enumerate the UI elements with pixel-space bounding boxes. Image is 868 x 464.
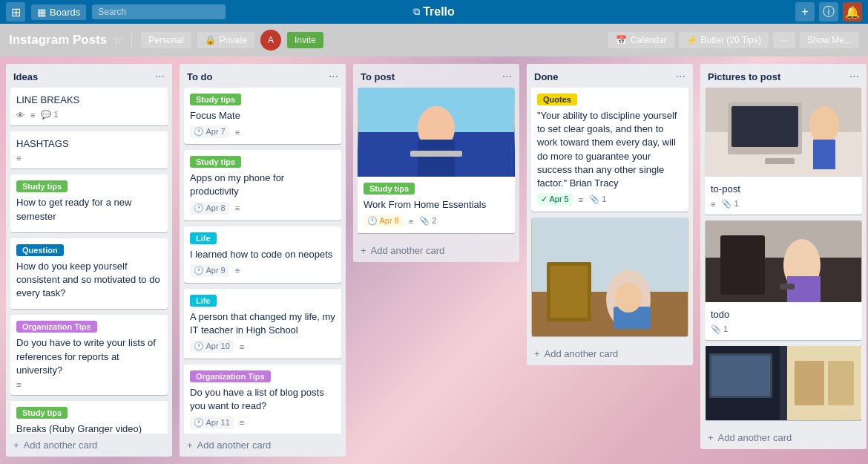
calendar-button[interactable]: 📅 Calendar bbox=[608, 32, 674, 48]
divider-1 bbox=[131, 33, 132, 48]
private-button[interactable]: 🔒 Private bbox=[197, 32, 254, 48]
column-done-menu[interactable]: ··· bbox=[676, 70, 685, 83]
card-meta: 🕐 Apr 7 ≡ bbox=[190, 125, 335, 138]
more-icon: ··· bbox=[780, 35, 788, 45]
butler-icon: ⚡ bbox=[686, 35, 697, 45]
add-button[interactable]: + bbox=[795, 2, 815, 22]
card-study-breaks[interactable]: Study tips Breaks (Ruby Granger video) ≡ bbox=[10, 401, 168, 434]
personal-button[interactable]: Personal bbox=[141, 32, 191, 48]
card-title: A person that changed my life, my IT tea… bbox=[190, 310, 335, 337]
butler-button[interactable]: ⚡ Butler (20 Tips) bbox=[679, 32, 769, 48]
personal-label: Personal bbox=[148, 35, 183, 45]
card-title: todo bbox=[711, 308, 856, 321]
label-life: Life bbox=[190, 295, 217, 307]
card-focus-mate[interactable]: Study tips Focus Mate 🕐 Apr 7 ≡ bbox=[184, 88, 341, 144]
column-to-post-menu[interactable]: ··· bbox=[502, 70, 512, 83]
column-pictures-cards: to-post ≡ 📎 1 bbox=[700, 88, 867, 426]
svg-rect-15 bbox=[731, 106, 798, 147]
card-title: HASHTAGS bbox=[16, 137, 162, 151]
card-line-breaks[interactable]: LINE BREAKS 👁 ≡ 💬 1 bbox=[10, 88, 168, 125]
column-done-cards: Quotes "Your ability to discipline yours… bbox=[527, 88, 693, 342]
show-menu-button[interactable]: Show Me... bbox=[800, 32, 859, 48]
column-pictures: Pictures to post ··· bbox=[700, 64, 867, 449]
column-done-header: Done ··· bbox=[527, 64, 693, 88]
card-to-post-pic[interactable]: to-post ≡ 📎 1 bbox=[705, 88, 862, 215]
add-icon: + bbox=[361, 245, 366, 256]
more-button[interactable]: ··· bbox=[773, 32, 795, 48]
info-button[interactable]: ⓘ bbox=[819, 2, 838, 22]
calendar-icon: 📅 bbox=[616, 35, 627, 45]
card-org-references[interactable]: Organization Tips Do you have to write y… bbox=[10, 315, 168, 395]
description-icon: ≡ bbox=[235, 128, 240, 137]
card-content: todo 📎 1 bbox=[705, 302, 862, 340]
column-todo-cards: Study tips Focus Mate 🕐 Apr 7 ≡ Study ti… bbox=[180, 88, 346, 434]
description-icon: ≡ bbox=[16, 154, 21, 163]
star-icon[interactable]: ☆ bbox=[113, 34, 122, 46]
column-pictures-menu[interactable]: ··· bbox=[849, 70, 859, 83]
add-card-to-post[interactable]: + Add another card bbox=[353, 239, 519, 262]
description-icon: ≡ bbox=[711, 200, 715, 209]
card-hashtags[interactable]: HASHTAGS ≡ bbox=[10, 131, 168, 169]
column-ideas-cards: LINE BREAKS 👁 ≡ 💬 1 HASHTAGS ≡ Study tip… bbox=[6, 88, 172, 434]
card-done-photo[interactable] bbox=[531, 218, 688, 336]
svg-point-17 bbox=[809, 106, 839, 143]
svg-rect-8 bbox=[550, 266, 588, 318]
card-todo-pic[interactable]: todo 📎 1 bbox=[705, 220, 862, 340]
add-icon: + bbox=[801, 5, 808, 19]
svg-rect-31 bbox=[828, 361, 854, 405]
card-question-consistent[interactable]: Question How do you keep yourself consis… bbox=[10, 238, 168, 310]
search-input[interactable] bbox=[92, 4, 226, 19]
label-org-tips: Organization Tips bbox=[190, 370, 271, 382]
card-it-teacher[interactable]: Life A person that changed my life, my I… bbox=[184, 289, 341, 359]
label-study-tips: Study tips bbox=[190, 94, 241, 105]
card-image bbox=[705, 220, 862, 302]
grid-icon: ▦ bbox=[37, 7, 46, 18]
card-image bbox=[531, 218, 688, 336]
column-todo-menu[interactable]: ··· bbox=[329, 70, 338, 83]
description-icon: ≡ bbox=[240, 418, 244, 427]
card-blog-posts[interactable]: Organization Tips Do you have a list of … bbox=[184, 365, 341, 434]
column-ideas-header: Ideas ··· bbox=[6, 64, 172, 88]
board-content: Ideas ··· LINE BREAKS 👁 ≡ 💬 1 HASHTAGS ≡… bbox=[0, 56, 868, 464]
home-icon: ⊞ bbox=[11, 5, 21, 19]
add-icon: + bbox=[534, 348, 540, 359]
svg-rect-28 bbox=[711, 356, 770, 396]
card-apps-productivity[interactable]: Study tips Apps on my phone for producti… bbox=[184, 150, 341, 220]
attachment-icon: 📎 1 bbox=[711, 324, 728, 334]
add-icon: + bbox=[708, 432, 714, 443]
card-content: Study tips Work From Home Essentials 🕐 A… bbox=[358, 177, 515, 233]
add-card-ideas[interactable]: + Add another card bbox=[6, 434, 172, 457]
description-icon: ≡ bbox=[16, 380, 21, 389]
column-pictures-title: Pictures to post bbox=[708, 71, 780, 82]
card-title: How to get ready for a new semester bbox=[16, 196, 162, 223]
card-study-semester[interactable]: Study tips How to get ready for a new se… bbox=[10, 174, 168, 232]
add-card-label: Add another card bbox=[371, 245, 445, 256]
card-discipline-quote[interactable]: Quotes "Your ability to discipline yours… bbox=[531, 88, 688, 212]
home-button[interactable]: ⊞ bbox=[6, 2, 25, 22]
column-ideas-menu[interactable]: ··· bbox=[155, 70, 165, 83]
card-meta: 👁 ≡ 💬 1 bbox=[16, 110, 162, 120]
invite-button[interactable]: Invite bbox=[287, 32, 323, 48]
attachment-icon: 📎 1 bbox=[721, 199, 738, 209]
add-icon: + bbox=[187, 440, 193, 451]
description-icon: ≡ bbox=[235, 266, 240, 275]
add-card-done[interactable]: + Add another card bbox=[527, 342, 693, 365]
label-quotes: Quotes bbox=[537, 94, 577, 105]
add-card-label: Add another card bbox=[718, 432, 792, 443]
boards-button[interactable]: ▦ Boards bbox=[31, 4, 86, 20]
column-ideas: Ideas ··· LINE BREAKS 👁 ≡ 💬 1 HASHTAGS ≡… bbox=[6, 64, 172, 457]
card-title: "Your ability to discipline yourself to … bbox=[537, 109, 683, 190]
description-icon: ≡ bbox=[240, 342, 244, 351]
card-coffee-pic[interactable] bbox=[705, 346, 862, 420]
svg-rect-18 bbox=[813, 140, 835, 169]
card-wfh-essentials[interactable]: Study tips Work From Home Essentials 🕐 A… bbox=[358, 88, 515, 233]
description-icon: ≡ bbox=[579, 195, 583, 204]
column-done-title: Done bbox=[534, 71, 559, 82]
card-meta: 🕐 Apr 10 ≡ bbox=[190, 340, 335, 353]
card-code-neopets[interactable]: Life I learned how to code on neopets 🕐 … bbox=[184, 226, 341, 283]
private-label: Private bbox=[220, 35, 247, 45]
add-card-todo[interactable]: + Add another card bbox=[180, 434, 346, 457]
notifications-button[interactable]: 🔔 bbox=[843, 2, 862, 22]
column-done: Done ··· Quotes "Your ability to discipl… bbox=[527, 64, 693, 365]
add-card-pictures[interactable]: + Add another card bbox=[700, 426, 867, 449]
